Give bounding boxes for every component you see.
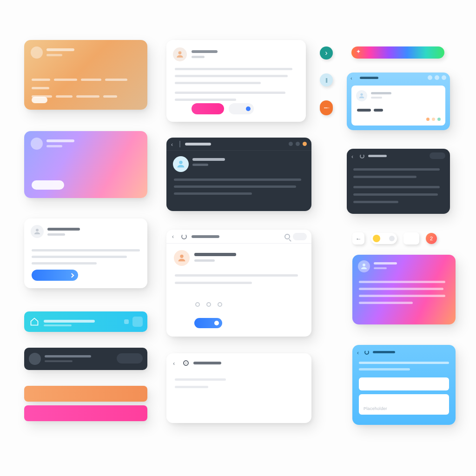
banner-subtitle bbox=[44, 324, 72, 326]
title-placeholder bbox=[46, 139, 74, 142]
subtitle-placeholder bbox=[371, 97, 382, 99]
subtitle-placeholder bbox=[45, 360, 73, 362]
label-placeholder bbox=[374, 109, 383, 112]
svg-point-2 bbox=[179, 161, 182, 164]
gradient-card-orange bbox=[24, 40, 147, 110]
subtitle-placeholder bbox=[46, 145, 62, 147]
svg-point-4 bbox=[360, 93, 363, 96]
gradient-card-rainbow bbox=[352, 255, 456, 324]
name-placeholder bbox=[192, 50, 218, 53]
text-line bbox=[359, 362, 449, 364]
refresh-icon[interactable] bbox=[360, 154, 364, 159]
tag-pill[interactable] bbox=[32, 97, 47, 103]
page-dots bbox=[426, 118, 441, 121]
text-lines bbox=[359, 281, 449, 304]
svg-point-0 bbox=[36, 229, 39, 231]
window-controls[interactable] bbox=[428, 75, 446, 80]
title-placeholder bbox=[46, 48, 74, 51]
name-placeholder bbox=[47, 228, 80, 231]
subtitle-placeholder bbox=[374, 267, 387, 269]
text-line bbox=[359, 368, 410, 370]
banner-bar-cyan[interactable] bbox=[24, 311, 147, 332]
back-icon[interactable]: ‹ bbox=[350, 75, 352, 81]
mini-browser-blue: ‹ bbox=[347, 73, 450, 130]
back-square-button[interactable]: ← bbox=[352, 232, 364, 245]
avatar bbox=[173, 156, 189, 172]
browser-card-white: ‹ bbox=[166, 230, 311, 337]
placeholder-text: Placeholder bbox=[364, 406, 387, 411]
action-button[interactable] bbox=[117, 353, 143, 364]
window-titlebar: ‹ bbox=[166, 138, 311, 151]
secondary-button[interactable] bbox=[229, 103, 254, 114]
tab-title bbox=[360, 77, 378, 79]
primary-button[interactable] bbox=[32, 270, 78, 281]
window-controls[interactable] bbox=[289, 142, 307, 146]
text-lines bbox=[174, 178, 304, 195]
rainbow-pill[interactable] bbox=[351, 46, 444, 59]
menu-pill[interactable] bbox=[293, 233, 307, 240]
back-icon[interactable]: ‹ bbox=[173, 360, 175, 367]
avatar bbox=[31, 138, 43, 150]
status-icon bbox=[183, 360, 189, 366]
compact-bar-dark bbox=[24, 348, 147, 370]
text-lines bbox=[353, 168, 443, 203]
textarea-input[interactable]: Placeholder bbox=[359, 394, 449, 415]
title-placeholder bbox=[368, 155, 387, 157]
divider bbox=[179, 141, 180, 147]
back-icon[interactable]: ‹ bbox=[171, 141, 173, 148]
back-icon[interactable]: ‹ bbox=[172, 233, 174, 240]
avatar bbox=[356, 90, 367, 101]
refresh-icon[interactable] bbox=[364, 350, 369, 355]
refresh-icon[interactable] bbox=[181, 234, 187, 239]
text-lines bbox=[175, 68, 298, 101]
theme-toggle[interactable] bbox=[371, 233, 397, 244]
banner-indicator bbox=[124, 319, 129, 324]
accept-button[interactable] bbox=[192, 103, 224, 114]
back-icon[interactable]: ‹ bbox=[357, 350, 359, 356]
title-placeholder bbox=[373, 351, 395, 353]
subtitle-placeholder bbox=[46, 54, 62, 56]
slab-pink[interactable] bbox=[24, 405, 147, 421]
avatar bbox=[31, 225, 44, 238]
back-icon[interactable]: ‹ bbox=[351, 153, 353, 160]
notification-badge[interactable]: 2 bbox=[426, 233, 437, 244]
avatar bbox=[174, 250, 190, 266]
next-button[interactable] bbox=[194, 318, 222, 328]
text-input[interactable] bbox=[359, 377, 449, 390]
label-placeholder bbox=[357, 109, 371, 112]
search-icon[interactable] bbox=[284, 234, 290, 239]
card-dark-right: ‹ bbox=[347, 149, 450, 214]
subtitle-placeholder bbox=[192, 164, 208, 166]
gradient-card-pink bbox=[24, 131, 147, 198]
subtitle-placeholder bbox=[192, 56, 205, 58]
svg-point-3 bbox=[180, 255, 183, 258]
control-row: ← 2 bbox=[352, 232, 437, 245]
banner-action-button[interactable] bbox=[132, 317, 143, 327]
title-placeholder bbox=[374, 262, 397, 264]
search-field[interactable] bbox=[32, 180, 64, 190]
toolbar: ‹ bbox=[166, 230, 311, 244]
pause-button[interactable]: || bbox=[320, 73, 333, 86]
subtitle-placeholder bbox=[194, 259, 215, 262]
blank-button[interactable] bbox=[403, 232, 419, 245]
window-card-dark: ‹ bbox=[166, 138, 311, 211]
message-card-white bbox=[166, 40, 306, 122]
svg-point-5 bbox=[363, 264, 365, 266]
info-button[interactable]: i bbox=[320, 100, 333, 115]
slab-orange[interactable] bbox=[24, 386, 147, 402]
title-placeholder bbox=[193, 362, 221, 364]
svg-point-1 bbox=[178, 51, 182, 54]
toolbar: ‹ bbox=[347, 73, 450, 84]
avatar bbox=[29, 353, 41, 365]
avatar bbox=[358, 260, 370, 272]
play-button[interactable]: › bbox=[320, 46, 333, 60]
menu-pill[interactable] bbox=[430, 152, 445, 159]
avatar bbox=[173, 47, 187, 61]
text-lines bbox=[32, 78, 140, 103]
step-indicators bbox=[195, 302, 222, 307]
tab-title bbox=[192, 235, 219, 238]
avatar bbox=[31, 46, 43, 59]
text-lines bbox=[32, 249, 140, 264]
subtitle-placeholder bbox=[47, 233, 65, 236]
title-placeholder bbox=[45, 355, 91, 357]
